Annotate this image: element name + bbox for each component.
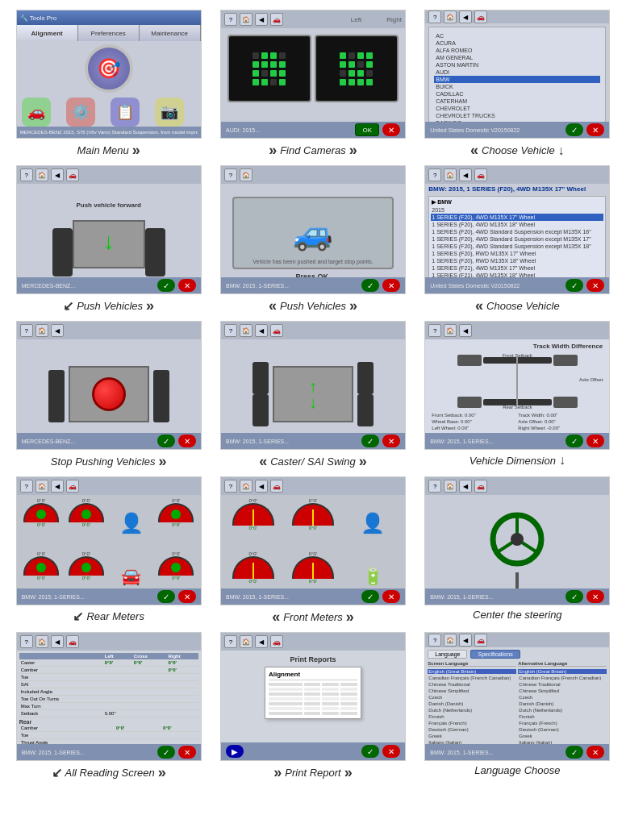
cst-tb-help[interactable]: ? xyxy=(428,480,441,493)
cv1-tb-home[interactable]: 🏠 xyxy=(444,10,457,23)
rm-check-button[interactable]: ✓ xyxy=(157,590,175,603)
cv2-cancel-button[interactable]: ✕ xyxy=(586,279,604,292)
lc-lang-czech[interactable]: Czech xyxy=(428,695,516,700)
lc-tb-back[interactable]: ◀ xyxy=(459,634,472,647)
fm-tb-help[interactable]: ? xyxy=(224,480,237,493)
pv1-check-button[interactable]: ✓ xyxy=(157,279,175,292)
pv1-tb-help[interactable]: ? xyxy=(20,168,33,181)
lc-tab-specifications[interactable]: Specifications xyxy=(470,650,520,659)
fm-tb-back[interactable]: ◀ xyxy=(255,480,268,493)
cv1-item-alfa[interactable]: ALFA ROMEO xyxy=(434,47,600,54)
pr-cancel-button[interactable]: ✕ xyxy=(382,745,400,758)
cv1-item-chevy-trucks[interactable]: CHEVROLET TRUCKS xyxy=(434,112,600,119)
cv2-tb-car[interactable]: 🚗 xyxy=(474,168,487,181)
fm-check-button[interactable]: ✓ xyxy=(361,590,379,603)
lc-alt-lang-german[interactable]: Deutsch (German) xyxy=(518,727,607,732)
mm-tabs-bar[interactable]: Alignment Preferences Maintenance xyxy=(17,25,201,41)
lc-lang-english-gb[interactable]: English (Great Britain) xyxy=(428,669,516,674)
lc-alt-lang-canadian-french[interactable]: Canadian Français (French Canadian) xyxy=(518,676,607,680)
cv2-model-1[interactable]: 1 SERIES (F20), 4WD M135X 18" Wheel xyxy=(431,221,603,228)
fm-tb-home[interactable]: 🏠 xyxy=(240,480,252,493)
cv2-check-button[interactable]: ✓ xyxy=(565,279,583,292)
ar-check-button[interactable]: ✓ xyxy=(157,746,175,759)
ar-cancel-button[interactable]: ✕ xyxy=(178,746,196,759)
lc-tab-language[interactable]: Language xyxy=(428,650,467,659)
cs-tb-back[interactable]: ◀ xyxy=(255,324,268,337)
lc-lang-greek[interactable]: Greek xyxy=(428,734,516,738)
vd-tb-help[interactable]: ? xyxy=(428,324,441,337)
lc-alt-lang-chinese-simp[interactable]: Chinese Simplified xyxy=(518,688,607,693)
lc-alt-lang-dutch[interactable]: Dutch (Netherlands) xyxy=(518,708,607,713)
vd-cancel-button[interactable]: ✕ xyxy=(586,435,604,447)
pr-tb-help[interactable]: ? xyxy=(224,635,237,648)
lc-tb-car[interactable]: 🚗 xyxy=(474,634,487,647)
pv2-tb-help[interactable]: ? xyxy=(224,168,237,181)
cv2-model-2[interactable]: 1 SERIES (F20), 4WD Standard Suspension … xyxy=(431,228,603,235)
pv1-tb-car[interactable]: 🚗 xyxy=(66,168,79,181)
cst-tb-car[interactable]: 🚗 xyxy=(474,480,487,493)
lc-alt-lang-chinese-trad[interactable]: Chinese Traditional xyxy=(518,682,607,687)
rm-tb-help[interactable]: ? xyxy=(20,480,33,493)
pv1-tb-back[interactable]: ◀ xyxy=(51,168,64,181)
lc-lang-dutch[interactable]: Dutch (Netherlands) xyxy=(428,708,516,713)
sp-cancel-button[interactable]: ✕ xyxy=(178,435,196,447)
cv2-tb-home[interactable]: 🏠 xyxy=(444,168,457,181)
rm-tb-home[interactable]: 🏠 xyxy=(35,480,48,493)
tab-preferences[interactable]: Preferences xyxy=(78,25,140,41)
vd-tb-home[interactable]: 🏠 xyxy=(444,324,457,337)
pv2-cancel-button[interactable]: ✕ xyxy=(382,279,400,292)
lc-tb-home[interactable]: 🏠 xyxy=(444,634,457,647)
cv2-model-6[interactable]: 1 SERIES (F20), RWD M135X 18" Wheel xyxy=(431,257,603,264)
tb-icon-help[interactable]: ? xyxy=(224,13,237,26)
cv1-item-chevy[interactable]: CHEVROLET xyxy=(434,105,600,112)
lc-cancel-button[interactable]: ✕ xyxy=(586,746,604,759)
vd-tb-back[interactable]: ◀ xyxy=(459,324,472,337)
cv1-tb-car[interactable]: 🚗 xyxy=(474,10,487,23)
cv2-model-3[interactable]: 1 SERIES (F20), 4WD Standard Suspension … xyxy=(431,235,603,243)
lc-alt-lang-danish[interactable]: Danish (Danish) xyxy=(518,701,607,706)
cv2-model-5[interactable]: 1 SERIES (F20), RWD M135X 17" Wheel xyxy=(431,250,603,257)
pr-tb-back[interactable]: ◀ xyxy=(255,635,268,648)
tb-icon-car2[interactable]: 🚗 xyxy=(270,13,283,26)
cv2-model-4[interactable]: 1 SERIES (F20), 4WD Standard Suspension … xyxy=(431,243,603,250)
pr-print-button[interactable]: ▶ xyxy=(226,745,244,758)
lc-lang-chinese-trad[interactable]: Chinese Traditional xyxy=(428,682,516,687)
cv1-item-buick[interactable]: BUICK xyxy=(434,83,600,90)
cst-cancel-button[interactable]: ✕ xyxy=(586,590,604,603)
lc-lang-chinese-simp[interactable]: Chinese Simplified xyxy=(428,688,516,693)
lc-lang-french[interactable]: Français (French) xyxy=(428,721,516,726)
cst-tb-home[interactable]: 🏠 xyxy=(444,480,457,493)
cv1-item-caterham[interactable]: CATERHAM xyxy=(434,98,600,105)
cv1-item-cadillac[interactable]: CADILLAC xyxy=(434,90,600,98)
cv2-model-7[interactable]: 1 SERIES (F21), 4WD M135X 17" Wheel xyxy=(431,264,603,272)
fc-cancel-button[interactable]: ✕ xyxy=(382,123,400,136)
tab-maintenance[interactable]: Maintenance xyxy=(140,25,201,41)
sp-tb-back[interactable]: ◀ xyxy=(51,324,64,337)
fm-tb-car[interactable]: 🚗 xyxy=(270,480,283,493)
pv1-tb-home[interactable]: 🏠 xyxy=(35,168,48,181)
vd-check-button[interactable]: ✓ xyxy=(565,435,583,447)
tb-icon-home[interactable]: 🏠 xyxy=(240,13,252,26)
cv1-tb-back[interactable]: ◀ xyxy=(459,10,472,23)
cs-cancel-button[interactable]: ✕ xyxy=(382,435,400,447)
pv2-check-button[interactable]: ✓ xyxy=(361,279,379,292)
rm-cancel-button[interactable]: ✕ xyxy=(178,590,196,603)
lc-alt-lang-finnish[interactable]: Finnish xyxy=(518,714,607,719)
fm-cancel-button[interactable]: ✕ xyxy=(382,590,400,603)
cs-tb-home[interactable]: 🏠 xyxy=(240,324,252,337)
lc-lang-finnish[interactable]: Finnish xyxy=(428,714,516,719)
ar-tb-back[interactable]: ◀ xyxy=(51,635,64,648)
icon-car[interactable]: 🚗 xyxy=(22,98,51,127)
sp-tb-home[interactable]: 🏠 xyxy=(35,324,48,337)
lc-check-button[interactable]: ✓ xyxy=(565,746,583,759)
pv1-cancel-button[interactable]: ✕ xyxy=(178,279,196,292)
cs-tb-car[interactable]: 🚗 xyxy=(270,324,283,337)
lc-alt-lang-french[interactable]: Français (French) xyxy=(518,721,607,726)
pr-check-button[interactable]: ✓ xyxy=(361,745,379,758)
lc-alt-lang-greek[interactable]: Greek xyxy=(518,734,607,738)
icon-settings[interactable]: ⚙️ xyxy=(66,98,95,127)
cv1-check-button[interactable]: ✓ xyxy=(565,123,583,136)
rm-tb-back[interactable]: ◀ xyxy=(51,480,64,493)
icon-camera[interactable]: 📷 xyxy=(155,98,184,127)
pv2-tb-home[interactable]: 🏠 xyxy=(240,168,252,181)
